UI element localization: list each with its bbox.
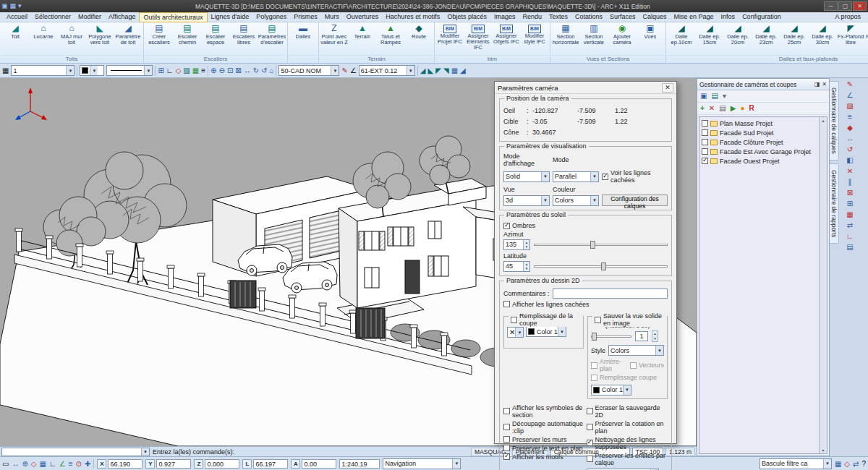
camera-checkbox[interactable] — [702, 129, 708, 136]
camera-tree-item[interactable]: Facade Est Avec Garage Projet — [702, 147, 817, 156]
ribbon-button-vues[interactable]: ▣Vues — [637, 23, 664, 40]
cad-style-combo[interactable]: 50-CAD NOM▼ — [278, 65, 339, 76]
zoom-extents-icon[interactable]: ⊠ — [235, 67, 241, 74]
hatch-tool-icon[interactable]: ▨ — [183, 67, 190, 74]
camera-tree-item[interactable]: Plan Masse Projet — [702, 119, 817, 128]
ribbon-button-assigner-elements-ifc[interactable]: BIMAssigner Eléments IFC — [464, 23, 492, 51]
window-titlebar[interactable]: ▣ ▦ ▾ MAQUETTE-3D [D:\MES DOCUMENTS\1INT… — [0, 0, 868, 12]
ribbon-button-point-valeur-z[interactable]: ZPoint avec valeur en Z — [320, 23, 348, 46]
ribbon-button-escalier-espace[interactable]: ▤Escalier espace — [202, 23, 229, 46]
ribbon-button-modifier-projet-ifc[interactable]: BIMModifier Projet IFC — [436, 23, 464, 45]
ribbon-button-dalles[interactable]: ▬Dalles — [289, 23, 317, 40]
menu-item[interactable]: Murs — [321, 12, 343, 22]
latitude-spinner[interactable]: 45▴▾ — [503, 261, 530, 272]
menu-item[interactable]: Cotations — [571, 12, 606, 22]
ribbon-button-ajouter-camera[interactable]: ◉Ajouter caméra — [608, 23, 636, 46]
menu-item[interactable]: Hachures et motifs — [382, 12, 443, 22]
menu-item[interactable]: Polygones — [252, 12, 290, 22]
dialog-checkbox[interactable]: Afficher les motifs — [503, 453, 585, 461]
dialog-checkbox[interactable]: Préserver la cotation en plan — [587, 420, 668, 435]
ribbon-button-dalle-ep-30cm[interactable]: ◢Dalle ep. 30cm — [809, 23, 836, 46]
view-mode-icon[interactable]: ▦ — [2, 67, 9, 74]
fill-color-combo[interactable]: Color 1▼ — [526, 326, 566, 337]
ribbon-button-escaliers-libres[interactable]: ▤Escaliers libres — [230, 23, 258, 46]
print-camera-icon[interactable]: ▤ — [719, 105, 726, 112]
checkbox-box[interactable] — [595, 317, 601, 323]
close-button[interactable]: ✕ — [853, 1, 867, 11]
fx-plafond-quick-icon-2[interactable]: ◥ — [443, 67, 449, 74]
layer-config-button[interactable]: Configuration des calques — [602, 195, 668, 206]
view-3d-icon[interactable]: ⌂ — [269, 67, 273, 74]
snap-toggle-icon[interactable]: ◇ — [31, 460, 37, 468]
zoom-window-icon[interactable]: ⊡ — [227, 67, 233, 74]
command-combo[interactable]: ▼ — [1, 448, 150, 456]
ribbon-button-lucarne[interactable]: ⌂Lucarne — [30, 23, 57, 40]
rotate-icon[interactable]: ↺ — [847, 146, 853, 153]
camera-tree-item[interactable]: Facade Ouest Projet — [702, 156, 817, 166]
filter-toggle-combo[interactable]: Bascule filtre ca▼ — [760, 458, 832, 469]
menu-item[interactable]: Affichage — [105, 12, 139, 22]
dialog-checkbox[interactable]: Préserver les entités par calque — [587, 452, 668, 466]
grid-snap-icon[interactable]: ⊞ — [158, 67, 163, 74]
hidden-lines-checkbox[interactable]: Voir les lignes cachées — [602, 169, 668, 184]
roof-quick-icon[interactable]: ◢ — [460, 67, 466, 74]
snap-point-icon[interactable]: ◇ — [176, 67, 182, 74]
ribbon-button-modifier-style-ifc[interactable]: BIMModifier style IFC — [521, 23, 548, 45]
array-icon[interactable]: ▦ — [846, 211, 853, 218]
resolution-slider[interactable] — [591, 332, 631, 341]
hatch-icon[interactable]: ▨ — [846, 103, 853, 110]
wall-quick-icon[interactable]: ▦ — [451, 67, 458, 74]
ribbon-button-talus-rampes[interactable]: ▲Talus et Rampes — [377, 23, 404, 46]
offset-icon[interactable]: ∥ — [848, 179, 852, 186]
menu-item[interactable]: Accueil — [3, 12, 31, 22]
panel-options-icon[interactable]: ▾ — [723, 93, 726, 100]
ribbon-button-terrain[interactable]: ▲Terrain — [349, 23, 376, 40]
ribbon-button-dalle-ep-20cm[interactable]: ◢Dalle ep. 20cm — [724, 23, 752, 46]
display-mode-combo[interactable]: Solid▼ — [503, 171, 550, 182]
dimension-icon[interactable]: ∠ — [847, 92, 854, 99]
menu-item[interactable]: Prismes — [290, 12, 321, 22]
menu-item[interactable]: Textes — [545, 12, 571, 22]
pan-icon[interactable]: ↔ — [244, 67, 251, 74]
panel-scrollbar[interactable]: ▴▾ — [819, 117, 827, 453]
angle-icon[interactable]: ∠ — [59, 460, 66, 468]
azimuth-spinner[interactable]: 135▴▾ — [503, 239, 530, 250]
edit-attributes-icon[interactable]: ✎ — [341, 67, 347, 74]
camera-tree-item[interactable]: Facade Sud Projet — [702, 128, 817, 137]
menu-item[interactable]: Calques — [639, 12, 671, 22]
ribbon-button-creer-escaliers[interactable]: ▤Créer escaliers — [145, 23, 173, 46]
minimize-button[interactable]: ─ — [824, 1, 838, 11]
dalle-quick-icon[interactable]: ◢ — [420, 67, 426, 74]
delete-camera-icon[interactable]: ✕ — [709, 105, 715, 112]
menu-item[interactable]: Surfaces — [606, 12, 639, 22]
menu-item[interactable]: Configuration — [739, 12, 785, 22]
refresh-view-icon[interactable]: ↻ — [253, 67, 259, 74]
menu-item[interactable]: Objets placés — [443, 12, 490, 22]
dialog-checkbox[interactable]: Découpage automatique :clip — [503, 420, 585, 435]
cross-icon[interactable]: ✚ — [85, 460, 90, 468]
select-mode-icon[interactable]: ▭ — [2, 460, 9, 468]
ribbon-button-toit[interactable]: ◢Toit — [1, 23, 29, 40]
target-icon[interactable]: ⊙ — [76, 460, 82, 468]
dialog-checkbox[interactable]: Nettoyage des lignes supposées — [587, 436, 668, 450]
play-camera-icon[interactable]: ▶ — [731, 105, 736, 112]
dialog-checkbox[interactable]: Afficher les symboles de section — [503, 404, 585, 419]
grid-toggle-icon[interactable]: ▦ — [40, 460, 46, 468]
menu-item[interactable]: Images — [490, 12, 519, 22]
color-mode-combo[interactable]: Colors▼ — [553, 195, 599, 206]
ribbon-button-dalle-ep-25cm[interactable]: ◢Dalle ep. 25cm — [780, 23, 808, 46]
section-fill-save-checkbox[interactable]: Remplissage coupe — [591, 374, 657, 381]
active-layer-combo[interactable]: 1▼ — [11, 65, 75, 76]
save-color-combo[interactable]: Color 1▼ — [591, 385, 631, 396]
style-combo[interactable]: Colors▼ — [608, 345, 664, 356]
mirror-icon[interactable]: ◧ — [846, 157, 853, 164]
refresh-camera-icon[interactable]: ● — [740, 105, 744, 112]
tab-gestionnaire-rapports[interactable]: Gestionnaire de rapports — [830, 163, 839, 244]
previous-view-icon[interactable]: ↺ — [261, 67, 267, 74]
spin-down-icon[interactable]: ▾ — [524, 244, 529, 249]
menu-item[interactable]: Modifier — [75, 12, 105, 22]
navigation-combo[interactable]: Navigation▼ — [383, 458, 461, 469]
pin-icon[interactable]: ◨ — [814, 81, 820, 87]
vectors-checkbox[interactable]: Vecteurs — [630, 358, 664, 372]
camera-checkbox[interactable] — [702, 158, 708, 164]
